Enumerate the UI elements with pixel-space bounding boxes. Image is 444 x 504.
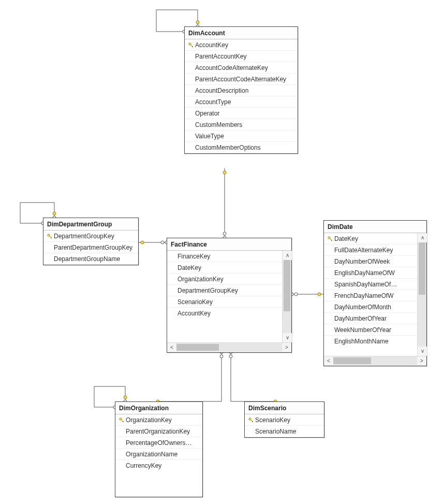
column-name: SpanishDayNameOf… [334,281,414,288]
column-name: CustomMembers [195,121,294,128]
column-name: AccountType [195,98,294,106]
key-icon [119,417,124,423]
table-row[interactable]: ScenarioName [245,426,324,437]
column-name: FrenchDayNameOfW [334,292,414,299]
scroll-down-button[interactable]: ∨ [283,333,292,342]
column-list: OrganizationKey ParentOrganizationKey Pe… [115,414,202,471]
table-row[interactable]: EnglishDayNameOfW [324,267,417,279]
scroll-up-button[interactable]: ∧ [283,251,292,260]
table-row[interactable]: ScenarioKey [245,414,324,426]
scroll-left-button[interactable]: < [324,356,333,366]
column-name: DateKey [177,264,279,271]
scroll-up-button[interactable]: ∧ [418,233,427,242]
table-row[interactable]: FullDateAlternateKey [324,244,417,256]
scroll-track[interactable] [283,260,291,333]
horizontal-scrollbar[interactable]: < > [167,342,291,352]
column-name: AccountDescription [195,87,294,94]
table-row[interactable]: OrganizationKey [115,414,202,426]
scroll-left-button[interactable]: < [167,343,176,352]
column-name: FullDateAlternateKey [334,247,414,254]
key-icon [328,236,333,241]
entity-dim-organization[interactable]: DimOrganization OrganizationKey ParentOr… [115,401,203,497]
table-row[interactable]: ScenarioKey [167,296,282,308]
scroll-track[interactable] [176,343,282,352]
table-row[interactable]: DateKey [324,233,417,244]
vertical-scrollbar[interactable]: ∧ ∨ [417,233,426,356]
column-name: AccountCodeAlternateKey [195,64,294,71]
scroll-track[interactable] [333,356,417,365]
entity-title: DimOrganization [115,402,202,414]
table-row[interactable]: AccountDescription [185,85,298,96]
scroll-thumb[interactable] [284,260,290,311]
scroll-thumb[interactable] [419,242,425,295]
table-row[interactable]: OrganizationKey [167,273,282,285]
table-row[interactable]: AccountType [185,96,298,108]
column-list: ScenarioKey ScenarioName [245,414,324,437]
svg-point-22 [229,355,232,358]
table-row[interactable]: CustomMemberOptions [185,142,298,153]
key-icon [188,42,194,48]
svg-point-17 [318,293,321,296]
column-name: DayNumberOfWeek [334,258,414,265]
scroll-track[interactable] [418,242,426,347]
table-row[interactable]: WeekNumberOfYear [324,324,417,336]
scroll-right-button[interactable]: > [417,356,426,366]
table-row[interactable]: DepartmentGroupKey [43,231,138,242]
table-row[interactable]: EnglishMonthName [324,336,417,347]
table-row[interactable]: SpanishDayNameOf… [324,279,417,290]
column-name: Operator [195,110,294,117]
column-name: ScenarioKey [255,416,321,424]
entity-title: DimAccount [185,27,298,39]
column-name: AccountKey [177,310,279,317]
column-name: DepartmentGroupKey [54,233,135,240]
table-row[interactable]: Operator [185,108,298,119]
scroll-thumb[interactable] [333,357,371,364]
horizontal-scrollbar[interactable]: < > [324,356,426,365]
table-row[interactable]: DayNumberOfMonth [324,301,417,313]
column-list: DateKey FullDateAlternateKey DayNumberOf… [324,233,426,356]
table-row[interactable]: ParentAccountCodeAlternateKey [185,74,298,85]
table-row[interactable]: FrenchDayNameOfW [324,290,417,301]
scroll-right-button[interactable]: > [282,343,291,352]
table-row[interactable]: ParentAccountKey [185,51,298,62]
table-row[interactable]: AccountCodeAlternateKey [185,62,298,74]
column-list: DepartmentGroupKey ParentDepartmentGroup… [43,231,138,265]
key-icon [248,417,254,423]
scroll-down-button[interactable]: ∨ [418,347,427,356]
column-name: OrganizationKey [177,276,279,283]
table-row[interactable]: AccountKey [167,308,282,319]
entity-fact-finance[interactable]: FactFinance FinanceKey DateKey Organizat… [167,238,292,353]
column-name: DateKey [334,235,414,242]
vertical-scrollbar[interactable]: ∧ ∨ [282,251,291,342]
entity-title: DimScenario [245,402,324,414]
svg-point-14 [141,241,144,244]
entity-title: DimDepartmentGroup [43,218,138,231]
column-name: DayNumberOfMonth [334,304,414,311]
svg-point-15 [294,293,298,296]
table-row[interactable]: DateKey [167,262,282,273]
entity-title: DimDate [324,221,426,233]
entity-dim-date[interactable]: DimDate DateKey FullDateAlternateKey Day… [323,220,427,366]
column-name: AccountKey [195,41,294,49]
table-row[interactable]: DepartmentGroupKey [167,285,282,296]
table-row[interactable]: ValueType [185,131,298,142]
entity-dim-department-group[interactable]: DimDepartmentGroup DepartmentGroupKey Pa… [43,218,139,265]
table-row[interactable]: CustomMembers [185,119,298,131]
table-row[interactable]: DepartmentGroupName [43,253,138,265]
column-name: ParentAccountCodeAlternateKey [195,76,294,83]
column-name: ParentOrganizationKey [126,428,199,435]
column-name: ValueType [195,133,294,140]
table-row[interactable]: ParentOrganizationKey [115,426,202,437]
table-row[interactable]: OrganizationName [115,449,202,460]
table-row[interactable]: PercentageOfOwners… [115,437,202,449]
table-row[interactable]: ParentDepartmentGroupKey [43,242,138,253]
column-name: WeekNumberOfYear [334,326,414,334]
table-row[interactable]: CurrencyKey [115,460,202,471]
entity-dim-scenario[interactable]: DimScenario ScenarioKey ScenarioName [244,401,324,438]
table-row[interactable]: FinanceKey [167,251,282,262]
scroll-thumb[interactable] [176,344,219,351]
table-row[interactable]: DayNumberOfWeek [324,256,417,267]
table-row[interactable]: AccountKey [185,39,298,51]
table-row[interactable]: DayNumberOfYear [324,313,417,324]
entity-dim-account[interactable]: DimAccount AccountKey ParentAccountKey A… [184,26,298,154]
